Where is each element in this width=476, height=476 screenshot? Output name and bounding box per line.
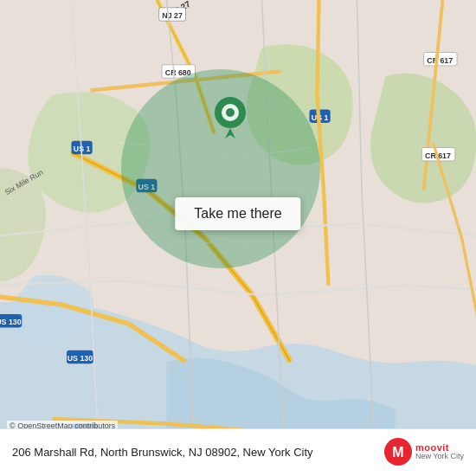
svg-point-27 (226, 108, 235, 117)
take-me-there-button[interactable]: Take me there (175, 197, 300, 230)
moovit-label: moovit New York City (415, 442, 464, 461)
svg-text:CR 617: CR 617 (427, 56, 453, 65)
svg-text:US 130: US 130 (68, 354, 93, 363)
svg-text:M: M (392, 445, 403, 460)
location-pin (211, 95, 249, 145)
info-bar: 206 Marshall Rd, North Brunswick, NJ 089… (0, 428, 476, 476)
address-text: 206 Marshall Rd, North Brunswick, NJ 089… (12, 446, 384, 459)
svg-text:NJ 27: NJ 27 (162, 11, 183, 20)
moovit-logo[interactable]: M moovit New York City (384, 438, 464, 466)
moovit-sub-label: New York City (415, 453, 464, 461)
svg-text:US 130: US 130 (0, 318, 22, 326)
moovit-icon: M (384, 438, 412, 466)
map-container: NJ 27 NJ 27 CR 680 US 1 US 1 CR 617 CR 6… (0, 0, 476, 476)
